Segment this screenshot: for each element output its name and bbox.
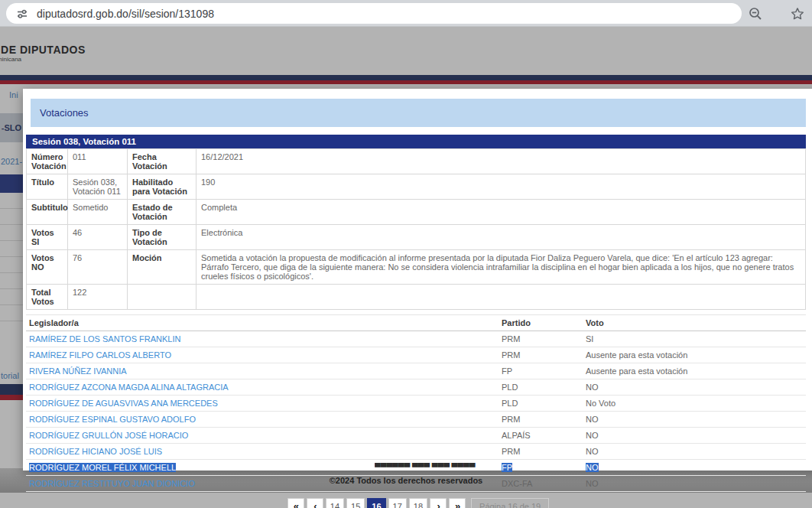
table-row[interactable]: RODRÍGUEZ ESPINAL GUSTAVO ADOLFOPRMNO bbox=[26, 412, 806, 428]
detail-row: Total Votos122 bbox=[27, 285, 806, 310]
legislator-link[interactable]: RODRÍGUEZ ESPINAL GUSTAVO ADOLFO bbox=[29, 415, 196, 424]
legislator-cell[interactable]: RIVERA NÚÑEZ IVANNIA bbox=[26, 363, 499, 379]
pagination-page-active[interactable]: 16 bbox=[367, 498, 385, 508]
detail-label: Votos NO bbox=[27, 250, 68, 285]
voto-cell: SI bbox=[583, 331, 806, 347]
partido-cell: FP bbox=[499, 363, 583, 379]
legislator-link[interactable]: RODRÍGUEZ MOREL FÉLIX MICHELL bbox=[29, 463, 176, 472]
legislator-link[interactable]: RODRÍGUEZ RESTITUYO JUAN DIONICIO bbox=[29, 479, 195, 488]
table-row[interactable]: RAMÍREZ DE LOS SANTOS FRANKLINPRMSI bbox=[26, 331, 806, 347]
legislator-link[interactable]: RODRÍGUEZ GRULLÓN JOSÉ HORACIO bbox=[29, 431, 188, 440]
table-row[interactable]: RODRÍGUEZ GRULLÓN JOSÉ HORACIOALPAÍSNO bbox=[26, 428, 806, 444]
detail-row: TítuloSesión 038, Votación 011Habilitado… bbox=[27, 174, 806, 200]
modal-title: Votaciones bbox=[40, 107, 89, 119]
detail-value: Completa bbox=[197, 200, 806, 225]
legislator-link[interactable]: RODRÍGUEZ HICIANO JOSÉ LUIS bbox=[29, 447, 162, 456]
detail-row: Votos NO76MociónSometida a votación la p… bbox=[27, 250, 806, 285]
voto-cell: NO bbox=[583, 444, 806, 460]
legislator-cell[interactable]: RODRÍGUEZ DE AGUASVIVAS ANA MERCEDES bbox=[26, 396, 499, 412]
voto-cell: NO bbox=[583, 412, 806, 428]
legislator-cell[interactable]: RAMÍREZ FILPO CARLOS ALBERTO bbox=[26, 347, 499, 363]
legislator-cell[interactable]: RODRÍGUEZ AZCONA MAGDA ALINA ALTAGRACIA bbox=[26, 379, 499, 396]
detail-value: 16/12/2021 bbox=[197, 149, 806, 174]
pagination-page-button[interactable]: 17 bbox=[388, 498, 407, 508]
detail-label: Moción bbox=[128, 250, 197, 285]
pagination-status: Página 16 de 19 bbox=[471, 498, 549, 508]
voto-cell: Ausente para esta votación bbox=[583, 363, 806, 379]
legislator-link[interactable]: RIVERA NÚÑEZ IVANNIA bbox=[29, 366, 127, 376]
browser-toolbar: diputadosrd.gob.do/sil/sesion/131098 bbox=[0, 0, 812, 27]
table-row[interactable]: RODRÍGUEZ RESTITUYO JUAN DIONICIODXC-FAN… bbox=[26, 476, 806, 492]
table-row[interactable]: RIVERA NÚÑEZ IVANNIAFPAusente para esta … bbox=[26, 363, 806, 379]
col-header-legislador: Legislador/a bbox=[26, 315, 499, 331]
detail-value: 76 bbox=[68, 250, 128, 285]
modal-title-band: Votaciones bbox=[31, 99, 806, 127]
table-row[interactable]: RODRÍGUEZ MOREL FÉLIX MICHELLFPNO bbox=[26, 460, 806, 476]
partido-cell: ALPAÍS bbox=[499, 428, 583, 444]
url-bar[interactable]: diputadosrd.gob.do/sil/sesion/131098 bbox=[6, 3, 742, 24]
legislator-cell[interactable]: RAMÍREZ DE LOS SANTOS FRANKLIN bbox=[26, 331, 499, 347]
pagination: « ‹ 1415161718 › » Página 16 de 19 bbox=[31, 498, 806, 508]
table-row[interactable]: RAMÍREZ FILPO CARLOS ALBERTOPRMAusente p… bbox=[26, 347, 806, 363]
detail-value: 011 bbox=[68, 149, 128, 174]
partido-cell: PLD bbox=[499, 396, 583, 412]
detail-label: Título bbox=[27, 174, 68, 200]
voto-cell: NO bbox=[583, 476, 806, 492]
site-settings-icon[interactable] bbox=[14, 5, 31, 22]
pagination-page-button[interactable]: 14 bbox=[326, 498, 344, 508]
pagination-page-button[interactable]: 15 bbox=[346, 498, 365, 508]
legislator-link[interactable]: RODRÍGUEZ DE AGUASVIVAS ANA MERCEDES bbox=[29, 399, 218, 408]
detail-label: Número Votación bbox=[27, 149, 68, 174]
partido-cell: PLD bbox=[499, 379, 583, 396]
detail-row: SubtituloSometidoEstado de VotaciónCompl… bbox=[27, 200, 806, 225]
col-header-partido: Partido bbox=[499, 315, 583, 331]
pagination-page-button[interactable]: 18 bbox=[409, 498, 427, 508]
detail-value: 190 bbox=[197, 174, 806, 200]
partido-cell: PRM bbox=[499, 331, 583, 347]
pagination-next-button[interactable]: › bbox=[430, 498, 447, 508]
legislator-cell[interactable]: RODRÍGUEZ ESPINAL GUSTAVO ADOLFO bbox=[26, 412, 499, 428]
legislator-cell[interactable]: RODRÍGUEZ GRULLÓN JOSÉ HORACIO bbox=[26, 428, 499, 444]
pagination-last-button[interactable]: » bbox=[449, 498, 466, 508]
voto-cell: NO bbox=[583, 428, 806, 444]
votaciones-modal: Votaciones Sesión 038, Votación 011 Núme… bbox=[23, 89, 812, 471]
legislator-cell[interactable]: RODRÍGUEZ RESTITUYO JUAN DIONICIO bbox=[26, 476, 499, 492]
legislator-cell[interactable]: RODRÍGUEZ MOREL FÉLIX MICHELL bbox=[26, 460, 499, 476]
detail-label: Votos SI bbox=[27, 225, 68, 250]
zoom-out-icon[interactable] bbox=[748, 6, 763, 24]
bookmark-star-icon[interactable] bbox=[790, 6, 805, 24]
table-row[interactable]: RODRÍGUEZ HICIANO JOSÉ LUISPRMNO bbox=[26, 444, 806, 460]
detail-value bbox=[197, 285, 806, 310]
url-text[interactable]: diputadosrd.gob.do/sil/sesion/131098 bbox=[37, 8, 214, 20]
detail-value: Electrónica bbox=[197, 225, 806, 250]
voto-cell: NO bbox=[583, 379, 806, 396]
legislator-cell[interactable]: RODRÍGUEZ HICIANO JOSÉ LUIS bbox=[26, 444, 499, 460]
detail-label bbox=[128, 285, 197, 310]
detail-value: Sometida a votación la propuesta de modi… bbox=[197, 250, 806, 285]
table-row[interactable]: RODRÍGUEZ AZCONA MAGDA ALINA ALTAGRACIAP… bbox=[26, 379, 806, 396]
table-row[interactable]: RODRÍGUEZ DE AGUASVIVAS ANA MERCEDESPLDN… bbox=[26, 396, 806, 412]
partido-cell: PRM bbox=[499, 444, 583, 460]
detail-row: Número Votación011Fecha Votación16/12/20… bbox=[27, 149, 806, 174]
pagination-prev-button[interactable]: ‹ bbox=[307, 498, 323, 508]
detail-label: Subtitulo bbox=[27, 200, 68, 225]
voto-cell: Ausente para esta votación bbox=[583, 347, 806, 363]
detail-row: Votos SI46Tipo de VotaciónElectrónica bbox=[27, 225, 806, 250]
pagination-first-button[interactable]: « bbox=[287, 498, 304, 508]
detail-label: Total Votos bbox=[27, 285, 68, 310]
detail-value: Sometido bbox=[68, 200, 128, 225]
legislator-link[interactable]: RODRÍGUEZ AZCONA MAGDA ALINA ALTAGRACIA bbox=[29, 383, 229, 392]
detail-label: Habilitado para Votación bbox=[128, 174, 197, 200]
details-table: Número Votación011Fecha Votación16/12/20… bbox=[26, 148, 806, 310]
detail-value: 122 bbox=[68, 285, 128, 310]
background-page: CÁMARA DE DIPUTADOS República Dominicana… bbox=[0, 27, 812, 508]
legislator-link[interactable]: RAMÍREZ DE LOS SANTOS FRANKLIN bbox=[29, 334, 180, 344]
detail-label: Tipo de Votación bbox=[128, 225, 197, 250]
session-bar: Sesión 038, Votación 011 bbox=[26, 135, 806, 148]
partido-cell: FP bbox=[499, 460, 583, 476]
voto-cell: No Voto bbox=[583, 396, 806, 412]
partido-cell: PRM bbox=[499, 347, 583, 363]
legislators-header-row: Legislador/a Partido Voto bbox=[26, 315, 806, 331]
partido-cell: DXC-FA bbox=[499, 476, 583, 492]
legislator-link[interactable]: RAMÍREZ FILPO CARLOS ALBERTO bbox=[29, 350, 171, 360]
